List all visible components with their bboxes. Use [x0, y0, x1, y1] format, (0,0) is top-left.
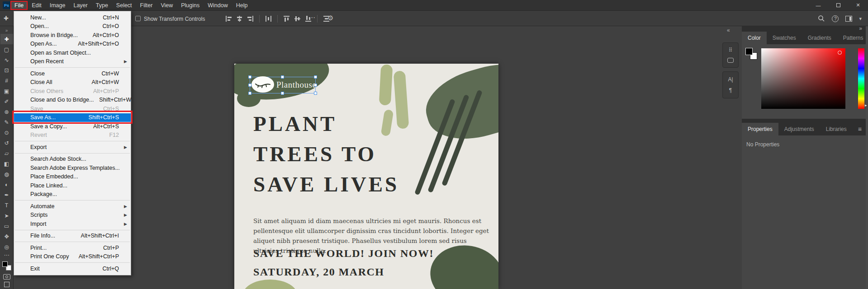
- menu-item-search-adobe-stock[interactable]: Search Adobe Stock...: [14, 155, 131, 164]
- menu-item-import[interactable]: Import▶: [14, 219, 131, 228]
- tab-patterns[interactable]: Patterns: [837, 32, 868, 44]
- transform-handle[interactable]: [281, 75, 284, 79]
- blur-tool[interactable]: ◍: [0, 169, 13, 179]
- menu-item-print[interactable]: Print...Ctrl+P: [14, 243, 131, 252]
- menu-item-browse-in-bridge[interactable]: Browse in Bridge...Alt+Ctrl+O: [14, 31, 131, 40]
- crop-tool[interactable]: #: [0, 75, 13, 86]
- panel-menu-icon[interactable]: ≡: [858, 126, 862, 133]
- align-center-horizontal-icon[interactable]: [236, 15, 243, 22]
- frame-tool[interactable]: ▣: [0, 86, 13, 96]
- document-canvas[interactable]: PLANT TREES TO SAVE LIVES Sit amet aliqu…: [234, 64, 498, 289]
- menu-item-place-linked[interactable]: Place Linked...: [14, 181, 131, 190]
- align-top-icon[interactable]: [283, 15, 290, 22]
- search-icon[interactable]: [818, 15, 825, 22]
- tab-adjustments[interactable]: Adjustments: [778, 123, 820, 135]
- more-options-icon[interactable]: ⋯: [308, 14, 315, 22]
- menu-item-open-as-smart-object[interactable]: Open as Smart Object...: [14, 48, 131, 57]
- comment-bubble-icon[interactable]: [727, 58, 734, 63]
- menu-item-automate[interactable]: Automate▶: [14, 202, 131, 211]
- menu-item-place-embedded[interactable]: Place Embedded...: [14, 172, 131, 182]
- tab-swatches[interactable]: Swatches: [767, 32, 802, 44]
- foreground-color-swatch[interactable]: [2, 261, 8, 267]
- menubar-item-plugins[interactable]: Plugins: [177, 1, 204, 10]
- distribute-horizontal-icon[interactable]: [265, 15, 272, 22]
- transform-handle[interactable]: [248, 84, 251, 87]
- menubar-item-file[interactable]: File: [10, 1, 28, 10]
- dodge-tool[interactable]: ◐: [0, 179, 13, 190]
- menu-item-package[interactable]: Package...: [14, 190, 131, 199]
- quick-mask-icon[interactable]: [3, 274, 10, 280]
- hue-slider[interactable]: [858, 48, 864, 109]
- menubar-item-filter[interactable]: Filter: [136, 1, 157, 10]
- workspace-settings-gear-icon[interactable]: ⚙: [327, 14, 333, 22]
- window-maximize-button[interactable]: [828, 0, 848, 10]
- pen-tool[interactable]: ✒: [0, 190, 13, 200]
- menu-item-close[interactable]: CloseCtrl+W: [14, 69, 131, 78]
- show-transform-controls-checkbox[interactable]: [135, 16, 141, 21]
- workspace-layout-icon[interactable]: [845, 16, 852, 22]
- type-tool[interactable]: T: [0, 200, 13, 210]
- foreground-background-color-swatches[interactable]: [745, 48, 757, 60]
- transform-handle[interactable]: [314, 92, 317, 95]
- edit-toolbar-icon[interactable]: ⋯: [4, 252, 9, 259]
- menu-item-open[interactable]: Open...Ctrl+O: [14, 22, 131, 31]
- menu-item-open-as[interactable]: Open As...Alt+Shift+Ctrl+O: [14, 40, 131, 49]
- collapse-panels-icon[interactable]: »: [859, 25, 862, 32]
- move-tool[interactable]: ✚: [0, 34, 13, 44]
- lasso-tool[interactable]: ∿: [0, 55, 13, 65]
- menu-item-open-recent[interactable]: Open Recent▶: [14, 57, 131, 66]
- menubar-item-edit[interactable]: Edit: [28, 1, 46, 10]
- transform-handle[interactable]: [248, 92, 251, 95]
- window-close-button[interactable]: ✕: [848, 0, 868, 10]
- transform-handle[interactable]: [314, 75, 317, 79]
- clone-stamp-tool[interactable]: ⊙: [0, 127, 13, 138]
- menubar-item-view[interactable]: View: [157, 1, 177, 10]
- tab-libraries[interactable]: Libraries: [820, 123, 853, 135]
- gradient-tool[interactable]: ◧: [0, 158, 13, 169]
- transform-handle[interactable]: [281, 92, 284, 95]
- shape-tool[interactable]: ▭: [0, 221, 13, 231]
- apps-grid-icon[interactable]: ⠿: [729, 47, 733, 53]
- menu-item-export[interactable]: Export▶: [14, 143, 131, 152]
- tab-color[interactable]: Color: [742, 32, 767, 44]
- menubar-item-help[interactable]: Help: [232, 1, 252, 10]
- align-left-icon[interactable]: [225, 15, 232, 22]
- window-minimize-button[interactable]: —: [808, 0, 828, 10]
- tab-properties[interactable]: Properties: [742, 123, 778, 135]
- eyedropper-tool[interactable]: ✐: [0, 96, 13, 107]
- align-right-icon[interactable]: [247, 15, 254, 22]
- hand-tool[interactable]: ✥: [0, 231, 13, 242]
- menu-item-print-one-copy[interactable]: Print One CopyAlt+Shift+Ctrl+P: [14, 252, 131, 261]
- color-saturation-brightness-field[interactable]: [761, 48, 845, 109]
- character-panel-icon[interactable]: A|: [728, 77, 733, 82]
- menu-item-exit[interactable]: ExitCtrl+Q: [14, 264, 131, 273]
- toolbar-collapse-icon[interactable]: »: [5, 28, 8, 33]
- eraser-tool[interactable]: ▱: [0, 148, 13, 158]
- menubar-item-type[interactable]: Type: [92, 1, 112, 10]
- brush-tool[interactable]: ✎: [0, 117, 13, 127]
- tab-gradients[interactable]: Gradients: [802, 32, 837, 44]
- logo-layer-selection[interactable]: Planthouse: [250, 77, 316, 93]
- menu-item-scripts[interactable]: Scripts▶: [14, 211, 131, 220]
- expand-panels-icon[interactable]: «: [727, 27, 730, 33]
- menu-item-close-all[interactable]: Close AllAlt+Ctrl+W: [14, 78, 131, 87]
- spot-healing-tool[interactable]: ⊛: [0, 107, 13, 117]
- screen-mode-icon[interactable]: [4, 282, 9, 287]
- menubar-item-image[interactable]: Image: [46, 1, 70, 10]
- zoom-tool[interactable]: ◎: [0, 242, 13, 252]
- chevron-down-icon[interactable]: ▾: [859, 16, 862, 22]
- path-selection-tool[interactable]: ➤: [0, 210, 13, 221]
- menu-item-search-adobe-express-templates[interactable]: Search Adobe Express Templates...: [14, 163, 131, 172]
- menubar-item-layer[interactable]: Layer: [69, 1, 91, 10]
- transform-handle[interactable]: [248, 75, 251, 79]
- marquee-tool[interactable]: ▢: [0, 44, 13, 55]
- help-icon[interactable]: ?: [832, 15, 839, 22]
- paragraph-panel-icon[interactable]: ¶: [729, 88, 732, 93]
- history-brush-tool[interactable]: ↺: [0, 138, 13, 148]
- menu-item-new[interactable]: New...Ctrl+N: [14, 13, 131, 22]
- menu-item-file-info[interactable]: File Info...Alt+Shift+Ctrl+I: [14, 232, 131, 241]
- foreground-background-color-swatches[interactable]: [2, 261, 12, 271]
- menubar-item-window[interactable]: Window: [204, 1, 232, 10]
- object-selection-tool[interactable]: ⊡: [0, 65, 13, 75]
- menu-item-close-and-go-to-bridge[interactable]: Close and Go to Bridge...Shift+Ctrl+W: [14, 96, 131, 105]
